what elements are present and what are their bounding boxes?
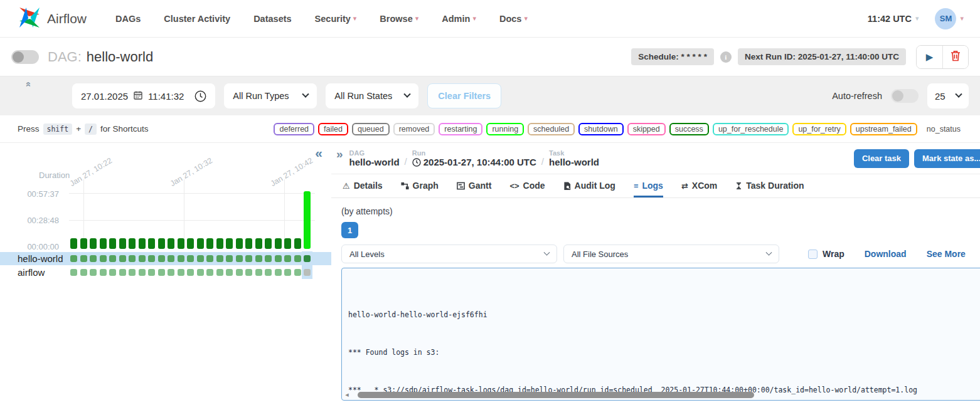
airflow-brand[interactable]: Airflow xyxy=(18,6,87,32)
dag-run-cell-success[interactable] xyxy=(226,238,233,249)
dag-run-cell-success[interactable] xyxy=(284,238,291,249)
run-types-select[interactable]: All Run Types xyxy=(224,83,317,108)
scrollbar-thumb[interactable] xyxy=(358,392,754,398)
task-instance-cell-success[interactable] xyxy=(304,255,311,262)
task-instance-cell-success[interactable] xyxy=(226,255,233,262)
status-badge[interactable]: up_for_reschedule xyxy=(713,123,789,135)
task-instance-cell-success[interactable] xyxy=(245,255,252,262)
task-instance-cell-success[interactable] xyxy=(109,269,116,276)
dag-run-cell-success[interactable] xyxy=(294,238,301,249)
dag-run-cell-success[interactable] xyxy=(187,238,194,249)
scrollbar-track[interactable] xyxy=(350,392,980,398)
dag-run-cell-success[interactable] xyxy=(129,238,136,249)
status-badge[interactable]: deferred xyxy=(274,123,314,135)
task-name-label[interactable]: hello-world xyxy=(0,253,63,264)
trigger-dag-button[interactable]: ▶ xyxy=(917,46,942,68)
task-instance-cell-success[interactable] xyxy=(197,269,204,276)
dag-run-cell-success[interactable] xyxy=(139,238,146,249)
wrap-checkbox[interactable] xyxy=(808,250,818,259)
status-badge[interactable]: no_status xyxy=(921,123,966,135)
dag-run-cell-success[interactable] xyxy=(168,238,174,249)
dag-run-cell-success[interactable] xyxy=(236,238,243,249)
status-badge[interactable]: failed xyxy=(318,123,348,135)
tab[interactable]: ⚠ Details xyxy=(343,174,383,197)
task-instance-cell-success[interactable] xyxy=(206,269,213,276)
task-instance-cell-success[interactable] xyxy=(90,269,97,276)
status-badge[interactable]: up_for_retry xyxy=(792,123,846,135)
task-instance-cell-success[interactable] xyxy=(178,255,184,262)
file-sources-select[interactable]: All File Sources xyxy=(563,245,779,263)
collapse-filters-icon[interactable]: « xyxy=(24,82,35,87)
task-instance-cell-success[interactable] xyxy=(168,269,174,276)
task-instance-cell-no_status[interactable] xyxy=(304,269,311,276)
task-instance-cell-success[interactable] xyxy=(236,255,243,262)
task-instance-cell-success[interactable] xyxy=(275,269,282,276)
task-instance-cell-success[interactable] xyxy=(119,255,126,262)
dag-run-cell-success[interactable] xyxy=(206,238,213,249)
nav-item[interactable]: Docs ▾ xyxy=(499,14,528,24)
task-instance-cell-success[interactable] xyxy=(100,269,107,276)
status-badge[interactable]: shutdown xyxy=(578,123,624,135)
delete-dag-button[interactable] xyxy=(942,46,968,68)
task-instance-cell-success[interactable] xyxy=(168,255,174,262)
task-instance-cell-success[interactable] xyxy=(187,255,194,262)
dag-run-cell-success[interactable] xyxy=(100,238,107,249)
breadcrumb-run[interactable]: Run 2025-01-27, 10:44:00 UTC xyxy=(412,149,536,167)
task-instance-cell-success[interactable] xyxy=(178,269,184,276)
status-badge[interactable]: removed xyxy=(393,123,435,135)
dag-run-cell-success[interactable] xyxy=(178,238,184,249)
status-badge[interactable]: queued xyxy=(352,123,390,135)
task-instance-cell-success[interactable] xyxy=(158,269,165,276)
tab[interactable]: ≡ Logs xyxy=(634,174,663,197)
user-menu[interactable]: SM ▾ xyxy=(935,8,964,29)
task-instance-cell-success[interactable] xyxy=(255,269,262,276)
task-instance-cell-success[interactable] xyxy=(70,269,77,276)
task-instance-cell-success[interactable] xyxy=(236,269,243,276)
clear-filters-button[interactable]: Clear Filters xyxy=(427,83,501,108)
dag-run-bar-running[interactable] xyxy=(304,191,311,249)
date-time-picker[interactable]: 27.01.2025 11:41:32 xyxy=(72,83,215,108)
task-instance-cell-success[interactable] xyxy=(129,255,136,262)
task-name-label[interactable]: airflow xyxy=(0,267,45,278)
status-badge[interactable]: restarting xyxy=(439,123,482,135)
task-instance-cell-success[interactable] xyxy=(284,269,291,276)
task-instance-cell-success[interactable] xyxy=(226,269,233,276)
task-instance-cell-success[interactable] xyxy=(216,255,223,262)
task-instance-cell-success[interactable] xyxy=(119,269,126,276)
task-instance-cell-success[interactable] xyxy=(100,255,107,262)
task-instance-cell-success[interactable] xyxy=(139,269,146,276)
task-instance-cell-success[interactable] xyxy=(197,255,204,262)
dag-run-cell-success[interactable] xyxy=(245,238,252,249)
nav-item[interactable]: Browse ▾ xyxy=(380,14,418,24)
breadcrumb-dag[interactable]: DAG hello-world xyxy=(349,149,400,167)
task-instance-cell-success[interactable] xyxy=(294,255,301,262)
tab[interactable]: ⇄ XCom xyxy=(681,174,717,197)
dag-run-cell-success[interactable] xyxy=(80,238,87,249)
task-instance-cell-success[interactable] xyxy=(158,255,165,262)
wrap-toggle[interactable]: Wrap xyxy=(808,249,844,259)
breadcrumb-task[interactable]: Task hello-world xyxy=(549,149,599,167)
tab[interactable]: Gantt xyxy=(457,174,492,197)
dag-run-cell-success[interactable] xyxy=(158,238,165,249)
task-instance-cell-success[interactable] xyxy=(139,255,146,262)
nav-item[interactable]: Admin ▾ xyxy=(442,14,476,24)
task-instance-cell-success[interactable] xyxy=(216,269,223,276)
expand-panel-icon[interactable]: » xyxy=(336,147,343,161)
task-instance-cell-success[interactable] xyxy=(148,269,155,276)
log-levels-select[interactable]: All Levels xyxy=(341,245,557,263)
task-instance-cell-success[interactable] xyxy=(284,255,291,262)
dag-run-cell-success[interactable] xyxy=(70,238,77,249)
task-instance-cell-success[interactable] xyxy=(129,269,136,276)
task-instance-cell-success[interactable] xyxy=(275,255,282,262)
tab[interactable]: Audit Log xyxy=(563,174,615,197)
nav-item[interactable]: Datasets ▾ xyxy=(253,14,291,24)
status-badge[interactable]: success xyxy=(669,123,709,135)
dag-run-cell-success[interactable] xyxy=(90,238,97,249)
task-instance-cell-success[interactable] xyxy=(109,255,116,262)
task-instance-cell-success[interactable] xyxy=(255,255,262,262)
page-size-select[interactable]: 25 xyxy=(927,83,969,108)
tab[interactable]: <> Code xyxy=(509,174,545,197)
status-badge[interactable]: upstream_failed xyxy=(850,123,917,135)
tab[interactable]: Graph xyxy=(401,174,439,197)
task-instance-cell-success[interactable] xyxy=(187,269,194,276)
